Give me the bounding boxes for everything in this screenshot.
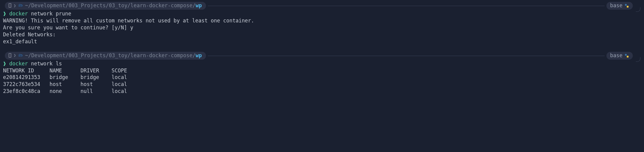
env-capsule: base	[606, 52, 633, 60]
prompt-status-bar:  ❯ 🗁 ~/Development/003_Projects/03_toy/…	[3, 52, 641, 60]
folder-open-icon: 🗁	[18, 52, 23, 58]
chevron-right-icon: ❯	[14, 53, 16, 58]
python-icon	[625, 54, 629, 58]
command-line[interactable]: ❱ docker network ls	[3, 60, 641, 67]
chevron-right-icon: ❯	[14, 3, 16, 8]
env-label: base	[610, 52, 622, 59]
divider-line	[208, 56, 605, 56]
python-icon	[625, 4, 629, 8]
apple-icon: 	[8, 2, 11, 8]
env-capsule: base	[606, 2, 633, 10]
apple-icon: 	[8, 52, 11, 58]
command-token: docker	[9, 11, 28, 17]
cwd-path: ~/Development/003_Projects/03_toy/learn-…	[25, 52, 202, 59]
command-line[interactable]: ❱ docker network prune	[3, 10, 641, 17]
path-capsule:  ❯ 🗁 ~/Development/003_Projects/03_toy/…	[5, 52, 206, 60]
path-prefix: ~/Development/003_Projects/03_toy/learn-…	[25, 52, 196, 58]
env-label: base	[610, 2, 622, 9]
divider-line	[208, 6, 605, 6]
terminal-block:  ❯ 🗁 ~/Development/003_Projects/03_toy/…	[3, 2, 641, 45]
folder-open-icon: 🗁	[18, 2, 23, 8]
path-cwd: wp	[196, 52, 202, 58]
cwd-path: ~/Development/003_Projects/03_toy/learn-…	[25, 2, 202, 9]
terminal-block:  ❯ 🗁 ~/Development/003_Projects/03_toy/…	[3, 52, 641, 95]
prompt-chevron-icon: ❱	[3, 11, 6, 17]
command-output: NETWORK ID NAME DRIVER SCOPE e2081429135…	[3, 67, 641, 95]
command-args: network ls	[28, 61, 62, 67]
path-cwd: wp	[196, 2, 202, 8]
command-token: docker	[9, 61, 28, 67]
command-output: WARNING! This will remove all custom net…	[3, 17, 641, 45]
path-prefix: ~/Development/003_Projects/03_toy/learn-…	[25, 2, 196, 8]
prompt-status-bar:  ❯ 🗁 ~/Development/003_Projects/03_toy/…	[3, 2, 641, 10]
path-capsule:  ❯ 🗁 ~/Development/003_Projects/03_toy/…	[5, 2, 206, 10]
prompt-chevron-icon: ❱	[3, 61, 6, 67]
command-args: network prune	[28, 11, 71, 17]
